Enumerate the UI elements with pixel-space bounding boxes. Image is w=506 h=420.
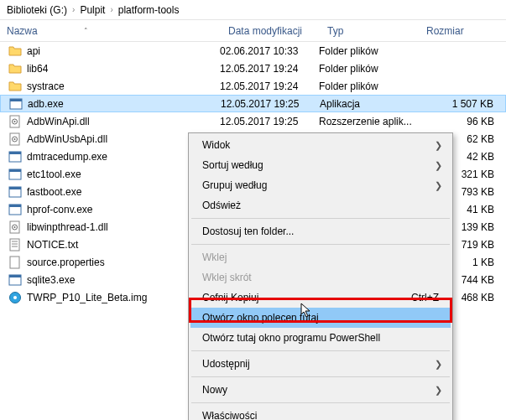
folder-icon [8,44,22,58]
menu-item-refresh[interactable]: Odśwież [190,195,451,215]
breadcrumb-seg-2[interactable]: Pulpit [80,4,105,16]
menu-separator [191,244,450,245]
svg-rect-11 [9,169,21,172]
exe-icon [8,185,22,199]
file-name-label: AdbWinUsbApi.dll [27,133,107,145]
file-row[interactable]: lib6412.05.2017 19:24Folder plików [0,60,506,77]
file-row[interactable]: api02.06.2017 10:33Folder plików [0,42,506,60]
context-menu: Widok❯ Sortuj według❯ Grupuj według❯ Odś… [188,132,453,420]
menu-item-customize[interactable]: Dostosuj ten folder... [190,221,451,241]
file-name-label: fastboot.exe [27,186,81,198]
file-row[interactable]: AdbWinApi.dll12.05.2017 19:25Rozszerzeni… [0,112,506,130]
svg-point-4 [14,121,16,122]
column-header-name[interactable]: Nazwa ˄ [0,20,220,41]
file-row[interactable]: adb.exe12.05.2017 19:25Aplikacja1 507 KB [0,95,506,112]
file-date-label: 12.05.2017 19:24 [220,80,319,92]
chevron-right-icon: ❯ [435,140,442,151]
file-name-label: source.properties [27,257,105,268]
folder-icon [8,62,22,75]
menu-item-properties[interactable]: Właściwości [190,406,451,420]
exe-icon [8,203,22,216]
breadcrumb-seg-3[interactable]: platform-tools [118,4,180,16]
file-name-label: sqlite3.exe [27,274,75,286]
svg-rect-19 [10,239,19,251]
menu-item-undo-copy[interactable]: Cofnij KopiujCtrl+Z [190,288,451,308]
menu-item-paste: Wklej [190,247,451,267]
folder-icon [8,80,22,93]
menu-item-open-command-window[interactable]: Otwórz okno polecen tutaj [190,308,451,328]
menu-separator [191,350,450,351]
file-type-label: Aplikacja [320,98,419,110]
svg-point-27 [13,296,17,299]
svg-point-7 [14,138,16,140]
file-type-label: Folder plików [319,45,418,57]
chevron-right-icon: › [72,5,75,14]
exe-icon [8,168,22,181]
menu-separator [191,402,450,403]
svg-rect-9 [9,152,21,154]
exe-icon [9,97,23,111]
menu-item-sort-by[interactable]: Sortuj według❯ [190,155,451,175]
file-name-label: dmtracedump.exe [27,151,107,163]
column-header-date[interactable]: Data modyfikacji [220,20,319,41]
sort-indicator-icon: ˄ [84,27,88,35]
menu-shortcut: Ctrl+Z [411,292,439,303]
dll-icon [8,115,22,128]
file-name-label: AdbWinApi.dll [27,116,90,127]
file-name-label: TWRP_P10_Lite_Beta.img [27,292,147,303]
file-type-label: Folder plików [319,63,418,75]
menu-item-paste-shortcut: Wklej skrót [190,267,451,288]
dll-icon [8,220,22,234]
disc-icon [8,291,22,304]
file-date-label: 02.06.2017 10:33 [220,45,319,57]
file-name-label: api [27,45,40,57]
txt-icon [8,238,22,251]
svg-rect-15 [9,205,21,207]
file-row[interactable]: systrace12.05.2017 19:24Folder plików [0,77,506,95]
dll-icon [8,132,22,146]
file-name-label: etc1tool.exe [27,169,81,180]
svg-rect-1 [10,99,22,101]
file-name-label: systrace [27,80,65,92]
file-size-label: 1 507 KB [419,98,505,110]
chevron-right-icon: › [110,5,112,14]
menu-item-share[interactable]: Udostępnij❯ [190,354,451,374]
file-date-label: 12.05.2017 19:25 [220,116,319,127]
svg-rect-25 [9,275,21,277]
exe-icon [8,273,22,287]
breadcrumb[interactable]: Biblioteki (G:) › Pulpit › platform-tool… [0,0,506,20]
file-date-label: 12.05.2017 19:24 [220,63,319,75]
menu-separator [191,376,450,377]
file-date-label: 12.05.2017 19:25 [221,98,320,110]
svg-point-18 [14,226,16,228]
column-header-size[interactable]: Rozmiar [418,20,506,41]
breadcrumb-seg-1[interactable]: Biblioteki (G:) [7,4,67,16]
file-name-label: libwinpthread-1.dll [27,221,108,233]
file-name-label: NOTICE.txt [27,239,78,251]
file-type-label: Folder plików [319,80,418,92]
svg-rect-23 [10,257,19,268]
exe-icon [8,150,22,163]
column-header-name-label: Nazwa [7,25,38,37]
svg-rect-13 [9,187,21,189]
column-header-type[interactable]: Typ [319,20,418,41]
chevron-right-icon: ❯ [435,359,442,370]
menu-item-view[interactable]: Widok❯ [190,135,451,155]
file-name-label: hprof-conv.exe [27,204,93,215]
menu-item-new[interactable]: Nowy❯ [190,380,451,400]
file-name-label: lib64 [27,63,48,75]
menu-item-open-powershell[interactable]: Otwórz tutaj okno programu PowerShell [190,328,451,348]
file-icon [8,256,22,269]
menu-item-group-by[interactable]: Grupuj według❯ [190,175,451,195]
menu-separator [191,218,450,219]
chevron-right-icon: ❯ [435,385,442,396]
column-headers: Nazwa ˄ Data modyfikacji Typ Rozmiar [0,20,506,42]
file-name-label: adb.exe [28,98,64,110]
chevron-right-icon: ❯ [435,160,442,171]
chevron-right-icon: ❯ [435,180,442,191]
file-size-label: 96 KB [418,116,506,127]
file-type-label: Rozszerzenie aplik... [319,116,418,127]
